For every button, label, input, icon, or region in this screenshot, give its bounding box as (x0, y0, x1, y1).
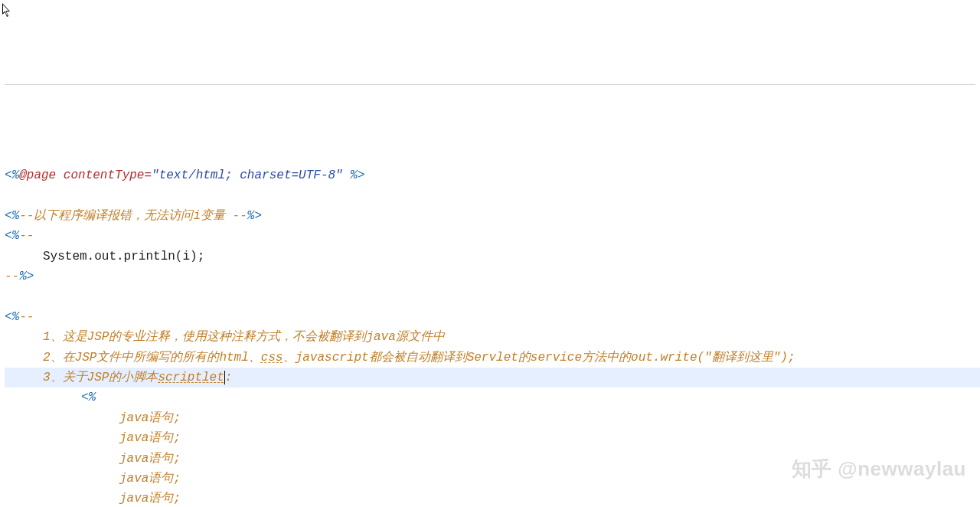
code-token: %> (350, 168, 364, 182)
code-token: -- (5, 270, 19, 283)
code-token: scriptlet (158, 371, 224, 384)
code-line[interactable]: <%-- (5, 226, 975, 246)
code-line[interactable] (5, 186, 975, 206)
code-token: 、javascript都会被自动翻译到Servlet的service方法中的ou… (283, 351, 795, 365)
code-line[interactable]: 2、在JSP文件中所编写的所有的html、css、javascript都会被自动… (5, 348, 975, 368)
code-token: 2、在JSP文件中所编写的所有的html、 (43, 351, 261, 365)
code-token: <% (5, 209, 19, 223)
code-line[interactable]: System.out.println(i); (5, 247, 975, 267)
code-token: java语句; (119, 411, 181, 425)
code-token: = (144, 168, 152, 182)
code-token (5, 189, 12, 203)
code-line[interactable]: java语句; (5, 408, 975, 428)
code-token: %> (247, 209, 262, 223)
code-token: <% (5, 229, 19, 243)
code-token (5, 289, 12, 303)
code-token: System.out.println(i); (43, 250, 204, 263)
code-token: -- (19, 310, 34, 324)
code-token: "text/html; charset=UTF-8" (152, 168, 343, 182)
code-token: %> (19, 270, 34, 283)
code-token: --以下程序编译报错，无法访问i变量 -- (19, 209, 247, 223)
code-token: css (261, 351, 283, 365)
code-line[interactable]: <%-- (5, 307, 975, 327)
code-line[interactable]: java语句; (5, 469, 975, 489)
code-token: 3、关于JSP的小脚本 (43, 371, 158, 384)
code-token: <% (81, 391, 96, 404)
code-token: java语句; (119, 452, 181, 466)
code-line[interactable]: <% (5, 388, 975, 407)
code-token: java语句; (119, 472, 181, 486)
code-line[interactable]: <%@page contentType="text/html; charset=… (5, 165, 975, 185)
top-ruler (5, 84, 975, 85)
code-editor[interactable]: <%@page contentType="text/html; charset=… (5, 165, 975, 507)
code-line[interactable]: --%> (5, 267, 975, 286)
code-line[interactable]: java语句; (5, 449, 975, 469)
code-token: <% (5, 310, 19, 324)
code-token: @page (19, 168, 56, 182)
code-token: : (225, 371, 233, 384)
code-token: java语句; (119, 431, 181, 445)
code-line[interactable]: 3、关于JSP的小脚本scriptlet: (5, 368, 980, 388)
code-token (343, 168, 351, 182)
code-token: java语句; (119, 492, 181, 505)
code-token: <% (5, 168, 19, 182)
code-token: contentType (56, 168, 144, 182)
code-line[interactable] (5, 286, 975, 306)
mouse-cursor-icon (2, 3, 12, 18)
code-token: -- (19, 229, 34, 243)
code-line[interactable]: java语句; (5, 428, 975, 448)
code-line[interactable]: 1、这是JSP的专业注释，使用这种注释方式，不会被翻译到java源文件中 (5, 327, 975, 347)
code-line[interactable]: <%--以下程序编译报错，无法访问i变量 --%> (5, 206, 975, 226)
code-line[interactable]: java语句; (5, 489, 975, 507)
code-token: 1、这是JSP的专业注释，使用这种注释方式，不会被翻译到java源文件中 (43, 330, 445, 344)
